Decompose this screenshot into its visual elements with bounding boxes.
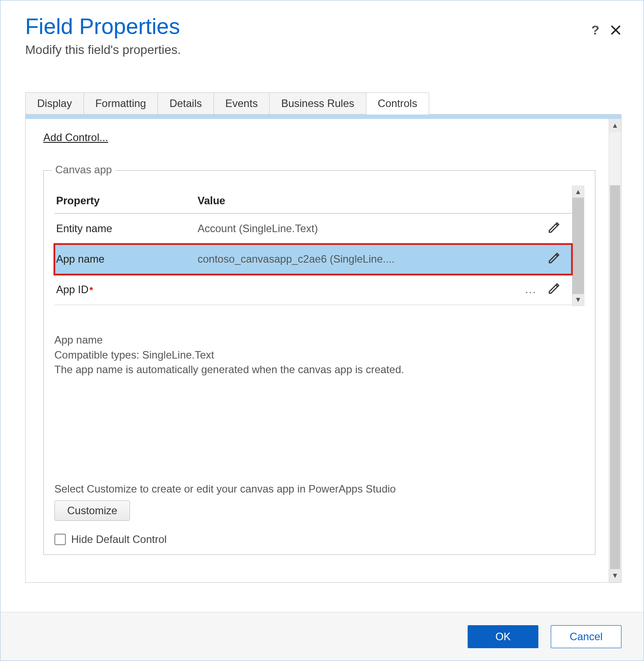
row-property-label: App ID (56, 283, 88, 295)
tab-formatting[interactable]: Formatting (84, 92, 158, 115)
info-compat: Compatible types: SingleLine.Text (54, 348, 584, 363)
row-property: App ID* (56, 283, 198, 296)
fieldset-legend: Canvas app (52, 164, 115, 176)
edit-icon[interactable] (548, 221, 561, 234)
row-property: App name (56, 253, 198, 265)
col-property: Property (56, 195, 198, 207)
selection-strip (26, 115, 621, 119)
scroll-up-icon[interactable]: ▲ (609, 119, 621, 132)
col-value: Value (198, 195, 538, 207)
info-name: App name (54, 332, 584, 348)
tabs-area: Display Formatting Details Events Busine… (0, 75, 644, 583)
ok-button[interactable]: OK (468, 625, 538, 648)
table-header: Property Value (54, 186, 572, 214)
scroll-thumb[interactable] (610, 185, 620, 569)
outer-scrollbar[interactable]: ▲ ▼ (609, 119, 621, 582)
tab-events[interactable]: Events (214, 92, 270, 115)
table-row[interactable]: App ID* ... (54, 275, 572, 305)
row-property: Entity name (56, 222, 198, 235)
hide-default-checkbox[interactable] (54, 534, 66, 545)
required-asterisk: * (89, 285, 93, 295)
info-desc: The app name is automatically generated … (54, 362, 584, 377)
customize-button[interactable]: Customize (54, 501, 130, 521)
row-value: contoso_canvasapp_c2ae6 (SingleLine.... (198, 253, 538, 265)
dialog-header: Field Properties Modify this field's pro… (0, 14, 644, 75)
dialog-footer: OK Cancel (0, 612, 644, 661)
tab-controls[interactable]: Controls (366, 92, 429, 115)
add-control-link[interactable]: Add Control... (43, 131, 108, 144)
inner-scrollbar[interactable]: ▲ ▼ (572, 186, 584, 306)
hide-default-label: Hide Default Control (71, 533, 167, 546)
scroll-thumb[interactable] (572, 198, 584, 294)
customize-note: Select Customize to create or edit your … (54, 483, 584, 495)
tab-content: Add Control... Canvas app Property Value (25, 114, 621, 583)
row-value: ... (198, 283, 538, 296)
tab-details[interactable]: Details (158, 92, 213, 115)
property-table: Property Value Entity name Account (Sing… (54, 186, 572, 306)
cancel-button[interactable]: Cancel (551, 625, 621, 648)
tab-display[interactable]: Display (25, 92, 84, 115)
scroll-down-icon[interactable]: ▼ (572, 294, 584, 306)
scroll-up-icon[interactable]: ▲ (572, 186, 584, 198)
property-info: App name Compatible types: SingleLine.Te… (54, 332, 584, 377)
scroll-track[interactable] (609, 132, 621, 569)
table-row[interactable]: App name contoso_canvasapp_c2ae6 (Single… (54, 244, 572, 275)
help-icon[interactable]: ? (591, 23, 599, 38)
dialog-title: Field Properties (25, 14, 621, 39)
canvas-app-fieldset: Canvas app Property Value (43, 170, 595, 555)
edit-icon[interactable] (548, 251, 561, 264)
tab-strip: Display Formatting Details Events Busine… (25, 92, 621, 115)
row-value: Account (SingleLine.Text) (198, 222, 538, 235)
close-icon[interactable] (610, 24, 621, 36)
field-properties-dialog: Field Properties Modify this field's pro… (0, 0, 644, 661)
scroll-down-icon[interactable]: ▼ (609, 569, 621, 582)
tab-business-rules[interactable]: Business Rules (270, 92, 366, 115)
edit-icon[interactable] (548, 282, 561, 295)
dialog-subtitle: Modify this field's properties. (25, 43, 621, 57)
table-row[interactable]: Entity name Account (SingleLine.Text) (54, 214, 572, 244)
